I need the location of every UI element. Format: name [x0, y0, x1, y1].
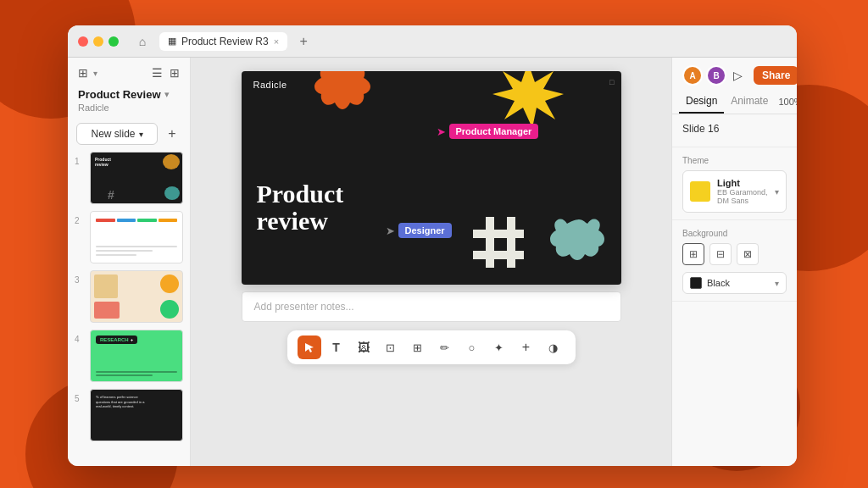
image-tool-button[interactable]: 🖼	[352, 336, 376, 359]
slide-thumbnail[interactable]: % of learners prefer sciencequestions th…	[90, 389, 183, 441]
sidebar-toolbar: ⊞ ▾	[78, 66, 97, 80]
orange-shape	[309, 71, 377, 122]
close-button[interactable]	[78, 36, 88, 47]
theme-section-label: Theme	[682, 156, 787, 165]
play-button[interactable]: ▷	[726, 64, 748, 86]
cursor-arrow-icon-2: ➤	[386, 225, 395, 237]
slide-corner-icon: □	[609, 78, 614, 86]
bg-solid-option[interactable]: ⊞	[682, 243, 704, 265]
sparkle-tool-button[interactable]: ✦	[487, 336, 511, 359]
slide-number: 1	[75, 157, 85, 166]
new-tab-button[interactable]: +	[294, 32, 313, 51]
slide-number: 2	[75, 216, 85, 225]
cursor-designer: ➤ Designer	[386, 223, 452, 238]
panel-tabs: Design Animate 100% ▾	[672, 90, 797, 114]
theme-section: Theme Light EB Garamond, DM Sans ▾	[672, 147, 797, 220]
white-shape	[465, 213, 528, 268]
bg-color-chevron-icon: ▾	[775, 279, 779, 288]
theme-chevron-icon: ▾	[775, 187, 779, 197]
new-slide-row: New slide ▾ +	[68, 119, 190, 152]
table-tool-button[interactable]: ⊞	[406, 336, 430, 359]
avatar-initials: B	[708, 67, 725, 84]
background-section-label: Background	[682, 229, 787, 238]
new-slide-button[interactable]: New slide ▾	[76, 123, 158, 145]
zoom-control[interactable]: 100% ▾	[775, 90, 797, 114]
slide-toolbar: T 🖼 ⊡ ⊞ ✏ ○ ✦ + ◑	[287, 330, 576, 364]
shape-tool-button[interactable]: ○	[460, 336, 484, 359]
bg-color-selector[interactable]: Black ▾	[682, 272, 787, 294]
sidebar: ⊞ ▾ ☰ ⊞ Product Review ▾ Radicle New sli…	[68, 58, 191, 466]
cursor-arrow-icon: ➤	[437, 125, 446, 138]
panel-avatars: A B	[682, 65, 726, 86]
maximize-button[interactable]	[108, 36, 119, 47]
slide-thumbnail[interactable]	[90, 211, 183, 263]
theme-card[interactable]: Light EB Garamond, DM Sans ▾	[682, 170, 787, 213]
notes-area[interactable]: Add presenter notes...	[242, 291, 621, 322]
teal-shape	[545, 213, 613, 276]
sidebar-header: ⊞ ▾ ☰ ⊞	[68, 58, 190, 85]
svg-marker-0	[305, 343, 314, 352]
title-chevron-icon[interactable]: ▾	[164, 89, 170, 100]
sidebar-grid-icon[interactable]: ⊞	[170, 66, 180, 80]
tab-animate[interactable]: Animate	[724, 90, 775, 114]
designer-label: Designer	[398, 223, 452, 238]
avatar-initials: A	[684, 67, 701, 84]
slide-number: 3	[75, 275, 85, 285]
main-window: ⌂ ▦ Product Review R3 × + ⊞ ▾ ☰ ⊞ Produc…	[68, 25, 797, 466]
chevron-down-icon[interactable]: ▾	[93, 69, 97, 78]
sidebar-view-icon[interactable]: ☰	[152, 66, 163, 80]
slide-thumbnail[interactable]: RESEARCH +	[90, 330, 183, 382]
draw-tool-button[interactable]: ✏	[433, 336, 457, 359]
slide-list: 1 Productreview # 2	[68, 152, 190, 466]
share-button[interactable]: Share	[754, 66, 797, 85]
bg-color-label: Black	[707, 278, 770, 288]
slide-main-text: Product review	[257, 180, 344, 234]
slide-canvas[interactable]: Radicle □	[242, 71, 621, 285]
slide-info: Slide 16	[682, 123, 787, 135]
titlebar: ⌂ ▦ Product Review R3 × +	[68, 25, 797, 58]
right-panel: A B ▷ Share Design Animate	[671, 58, 797, 466]
presentation-title: Product Review	[78, 88, 161, 101]
mask-tool-button[interactable]: ◑	[542, 336, 565, 359]
product-manager-label: Product Manager	[449, 124, 539, 139]
theme-info: Light EB Garamond, DM Sans	[717, 178, 768, 205]
tab-close-icon[interactable]: ×	[274, 36, 279, 47]
frame-tool-button[interactable]: ⊡	[379, 336, 403, 359]
slide-number: 5	[75, 394, 85, 403]
add-slide-button[interactable]: +	[163, 125, 181, 143]
list-item[interactable]: 4 RESEARCH +	[75, 330, 183, 382]
new-slide-chevron-icon: ▾	[139, 130, 143, 139]
main-content: ⊞ ▾ ☰ ⊞ Product Review ▾ Radicle New sli…	[68, 58, 797, 466]
slide-thumbnail[interactable]: Productreview #	[90, 152, 183, 204]
active-tab[interactable]: ▦ Product Review R3 ×	[159, 32, 287, 51]
zoom-value: 100%	[778, 97, 797, 107]
minimize-button[interactable]	[93, 36, 103, 47]
slide-number: 4	[75, 335, 85, 344]
list-item[interactable]: 3	[75, 270, 183, 323]
yellow-shape	[486, 71, 570, 130]
list-item[interactable]: 5 % of learners prefer sciencequestions …	[75, 389, 183, 441]
new-slide-label: New slide	[91, 128, 135, 140]
bg-options: ⊞ ⊟ ⊠	[682, 243, 787, 265]
bg-image-option[interactable]: ⊠	[737, 243, 759, 265]
select-tool-button[interactable]	[298, 336, 321, 359]
avatar: A	[682, 65, 703, 86]
list-item[interactable]: 2	[75, 211, 183, 263]
slide-brand-label: Radicle	[253, 80, 287, 90]
slide-thumbnail[interactable]	[90, 270, 183, 323]
list-item[interactable]: 1 Productreview #	[75, 152, 183, 204]
bg-gradient-option[interactable]: ⊟	[709, 243, 732, 265]
tab-design[interactable]: Design	[679, 90, 724, 114]
add-tool-button[interactable]: +	[515, 336, 538, 359]
tab-title: Product Review R3	[181, 36, 269, 47]
background-section: Background ⊞ ⊟ ⊠ Black ▾	[672, 220, 797, 302]
sidebar-subtitle: Radicle	[68, 103, 190, 119]
grid-icon[interactable]: ⊞	[78, 66, 88, 80]
sidebar-title-row: Product Review ▾	[68, 85, 190, 103]
home-icon[interactable]: ⌂	[132, 31, 153, 52]
text-tool-button[interactable]: T	[325, 336, 348, 359]
bg-color-swatch	[690, 277, 702, 289]
center-area: Radicle □	[191, 58, 671, 466]
slide-info-section: Slide 16	[672, 114, 797, 147]
panel-actions: ▷ Share	[726, 64, 797, 86]
